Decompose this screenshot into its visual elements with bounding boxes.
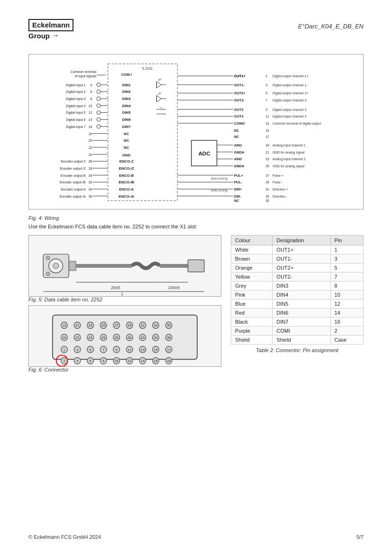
cell-pin: 3 (330, 254, 363, 263)
cell-pin: 1 (330, 245, 363, 254)
svg-text:20: 20 (62, 336, 66, 340)
svg-text:20: 20 (89, 139, 92, 142)
cell-designation: DIN4 (273, 291, 330, 300)
svg-text:Encoder output /Z: Encoder output /Z (60, 167, 85, 171)
svg-text:35: 35 (167, 324, 171, 328)
svg-point-25 (97, 118, 100, 121)
logo-line2: Group (28, 32, 50, 40)
svg-text:13: 13 (265, 122, 269, 125)
svg-text:ENCO-B: ENCO-B (119, 173, 134, 178)
svg-text:OUT1-: OUT1- (234, 83, 245, 87)
svg-text:6: 6 (90, 90, 92, 93)
svg-text:8: 8 (102, 359, 104, 363)
cable-image: 20±5 100±5 L (28, 235, 221, 297)
svg-text:DIN7: DIN7 (122, 125, 131, 129)
svg-text:2: 2 (63, 359, 65, 363)
svg-text:Digital input 3: Digital input 3 (66, 97, 86, 101)
cell-pin: 12 (330, 300, 363, 309)
svg-text:NC: NC (234, 135, 239, 139)
table-caption: Table 2: Connector: Pin assignment (231, 347, 364, 353)
svg-text:Common terminal of digital out: Common terminal of digital output (273, 122, 321, 126)
cell-designation: DIN3 (273, 282, 330, 291)
cell-pin: 2 (330, 327, 363, 336)
cell-colour: Yellow (231, 272, 273, 282)
cell-designation: OUT1+ (273, 245, 330, 254)
svg-text:17: 17 (167, 348, 171, 352)
wiring-diagram: Common terminal of input signals Digital… (28, 54, 364, 209)
svg-text:32: 32 (89, 181, 92, 184)
svg-text:NC: NC (124, 132, 129, 136)
cell-designation: COMI (273, 327, 330, 336)
table-row: GreyDIN38 (231, 282, 364, 291)
svg-text:5: 5 (265, 91, 267, 95)
table-row: RedDIN614 (231, 309, 364, 318)
cell-pin: 5 (330, 263, 363, 272)
svg-text:L: L (121, 291, 124, 296)
cell-designation: OUT2- (273, 272, 330, 282)
svg-text:29: 29 (265, 181, 269, 184)
svg-text:DIN5: DIN5 (122, 110, 131, 115)
svg-text:4: 4 (90, 83, 92, 87)
svg-text:21: 21 (265, 151, 269, 154)
svg-text:DIN4: DIN4 (122, 104, 131, 108)
svg-point-174 (46, 256, 50, 260)
svg-text:28: 28 (115, 336, 119, 340)
connector-image: 19 21 23 25 27 29 31 33 (28, 305, 221, 367)
svg-text:Digital output channel 1+: Digital output channel 1+ (273, 74, 308, 78)
table-row: PinkDIN410 (231, 291, 364, 300)
svg-text:AIN2: AIN2 (234, 157, 242, 161)
svg-text:ENCO-Z: ENCO-Z (119, 159, 134, 163)
svg-point-29 (97, 125, 100, 128)
cell-colour: Brown (231, 254, 273, 263)
svg-text:NC: NC (124, 145, 129, 150)
svg-text:PUL+: PUL+ (234, 173, 243, 178)
svg-text:18: 18 (89, 132, 92, 136)
svg-text:ENCO-/Z: ENCO-/Z (119, 166, 134, 171)
fig6-caption: Fig. 6: Connector (28, 367, 221, 372)
logo-line1: Eckelmann (32, 21, 70, 29)
svg-rect-164 (69, 261, 76, 271)
doc-title: E°Darc_K04_E_DB_EN (298, 23, 364, 30)
svg-text:COMO: COMO (234, 121, 245, 126)
svg-text:33: 33 (265, 195, 269, 198)
svg-text:Analog input channel 2: Analog input channel 2 (273, 157, 306, 161)
cell-colour: Red (231, 309, 273, 318)
svg-text:10: 10 (115, 359, 119, 363)
svg-text:1: 1 (265, 74, 267, 78)
svg-text:Pulse -: Pulse - (273, 181, 283, 184)
svg-text:Digital output channel 4: Digital output channel 4 (273, 115, 307, 118)
cell-colour: Orange (231, 263, 273, 272)
cell-designation: OUT1- (273, 254, 330, 263)
table-row: BlackDIN716 (231, 318, 364, 327)
svg-text:14: 14 (89, 118, 92, 121)
page: Eckelmann Group → E°Darc_K04_E_DB_EN Com… (0, 0, 392, 554)
svg-point-175 (46, 272, 50, 276)
svg-text:NC: NC (124, 138, 129, 143)
svg-text:DIN2: DIN2 (122, 90, 131, 94)
svg-text:Auto-tuning: Auto-tuning (211, 177, 228, 181)
wiring-svg: Common terminal of input signals Digital… (34, 59, 358, 203)
svg-text:11: 11 (128, 348, 131, 352)
svg-text:30: 30 (89, 174, 92, 177)
svg-text:28: 28 (89, 167, 92, 170)
svg-text:Direction +: Direction + (273, 188, 288, 191)
svg-text:Digital input 4: Digital input 4 (66, 104, 86, 108)
svg-text:3: 3 (265, 83, 267, 87)
svg-text:OUT3: OUT3 (234, 108, 244, 112)
copyright: © Eckelmann FCS GmbH 2024 (28, 534, 101, 540)
svg-text:12: 12 (128, 359, 131, 363)
svg-text:GNDA: GNDA (234, 164, 245, 168)
svg-text:Encoder output B: Encoder output B (61, 174, 86, 178)
logo-box: Eckelmann (28, 19, 73, 31)
svg-text:8: 8 (90, 97, 92, 100)
header: Eckelmann Group → E°Darc_K04_E_DB_EN (28, 19, 364, 40)
cable-section: 20±5 100±5 L Fig. 5: Data cable item no.… (28, 235, 364, 375)
intro-text: Use the Eckelmann FCS data cable item no… (28, 224, 364, 229)
cell-colour: White (231, 245, 273, 254)
cell-pin: 8 (330, 282, 363, 291)
svg-text:26: 26 (89, 160, 92, 163)
svg-text:35: 35 (265, 199, 269, 202)
svg-text:19: 19 (62, 324, 66, 328)
svg-text:19: 19 (265, 144, 269, 147)
svg-text:OUT4: OUT4 (234, 114, 244, 118)
